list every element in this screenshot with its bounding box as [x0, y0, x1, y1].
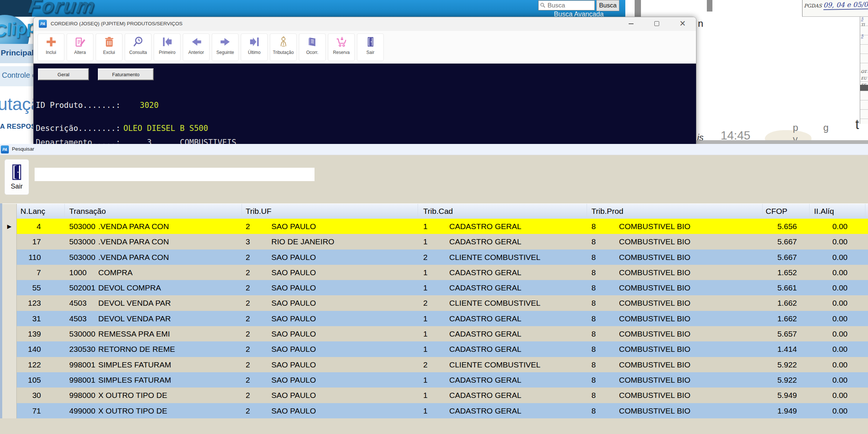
- field-id-produto: ID Produto.......:3020: [36, 101, 159, 110]
- sidebar-item-controle[interactable]: Controle e: [2, 71, 36, 80]
- table-row[interactable]: 30 998000X OUTRO TIPO DE 2SAO PAULO 1CAD…: [2, 388, 868, 403]
- arrow-left-icon: [191, 36, 202, 48]
- cell-aliq: 0.00: [810, 403, 865, 418]
- table-row[interactable]: 71 499000X OUTRO TIPO DE 2SAO PAULO 1CAD…: [2, 403, 868, 418]
- magnifier-icon: [133, 36, 144, 48]
- cell-cfop: 1.652: [763, 265, 810, 280]
- pesquisar-titlebar[interactable]: [0, 144, 868, 155]
- table-row[interactable]: 140 230530RETORNO DE REME 2SAO PAULO 1CA…: [2, 341, 868, 357]
- field-descricao: Descrição........:OLEO DIESEL B S500: [36, 124, 208, 133]
- row-selector: [2, 250, 17, 265]
- edit-icon: [74, 36, 86, 48]
- cell-cfop: 5.922: [763, 357, 810, 372]
- header-nlanc[interactable]: N.Lanç: [17, 204, 65, 219]
- cell-transacao: 503000.VENDA PARA CON: [65, 219, 242, 234]
- cell-aliq: 0.00: [810, 219, 865, 234]
- cell-trib-cad: 1CADASTRO GERAL: [418, 234, 587, 249]
- pesquisar-title: Pesquisar: [12, 146, 34, 152]
- cell-transacao: 4503DEVOL VENDA PAR: [65, 295, 242, 311]
- scan-fragment: 5: [861, 34, 863, 38]
- cell-aliq: 0.00: [810, 295, 865, 311]
- ultimo-button[interactable]: Último: [241, 33, 268, 61]
- cell-cfop: 1.662: [763, 311, 810, 326]
- table-row[interactable]: 17 503000.VENDA PARA CON 3RIO DE JANEIRO…: [2, 234, 868, 249]
- banner-shade: [0, 0, 32, 17]
- consulta-button[interactable]: Consulta: [125, 33, 151, 61]
- row-selector: ▶: [2, 219, 17, 234]
- tributacao-button[interactable]: Tributação: [270, 33, 297, 61]
- cell-transacao: 998001SIMPLES FATURAM: [65, 357, 242, 372]
- header-cfop[interactable]: CFOP: [763, 204, 810, 219]
- table-row[interactable]: 110 503000.VENDA PARA CON 2SAO PAULO 2CL…: [2, 250, 868, 265]
- scan-fragment: Tl: [861, 23, 865, 27]
- sair-toolbar-button[interactable]: Sair: [357, 33, 384, 61]
- table-row[interactable]: 123 4503DEVOL VENDA PAR 2SAO PAULO 2CLIE…: [2, 295, 868, 311]
- cell-aliq: 0.00: [810, 280, 865, 295]
- cell-aliq: 0.00: [810, 234, 865, 249]
- sair-label: Sair: [11, 183, 23, 190]
- header-trib-prod[interactable]: Trib.Prod: [587, 204, 763, 219]
- cell-nlanc: 105: [17, 372, 65, 388]
- table-row[interactable]: 31 4503DEVOL VENDA PAR 2SAO PAULO 1CADAS…: [2, 311, 868, 326]
- minimize-button[interactable]: [629, 23, 634, 24]
- door-icon: [365, 36, 376, 48]
- table-row[interactable]: 7 1000COMPRA 2SAO PAULO 1CADASTRO GERAL …: [2, 265, 868, 280]
- ocorr-button[interactable]: Ocorr.: [299, 33, 326, 61]
- pesquisar-input[interactable]: [35, 168, 315, 181]
- seguinte-button[interactable]: Seguinte: [212, 33, 239, 61]
- busca-button[interactable]: Busca: [596, 0, 619, 11]
- close-button[interactable]: ×: [680, 17, 686, 30]
- tab-faturamento[interactable]: Faturamento: [98, 68, 154, 80]
- produtos-titlebar[interactable]: PA CORDEIRO (JOSEQ) (PJPITEM) PRODUTOS/S…: [33, 17, 696, 31]
- anterior-button[interactable]: Anterior: [183, 33, 210, 61]
- sair-button[interactable]: Sair: [4, 159, 29, 195]
- header-trib-cad[interactable]: Trib.Cad: [418, 204, 587, 219]
- row-selector: [2, 341, 17, 357]
- cell-aliq: 0.00: [810, 250, 865, 265]
- produtos-window: PA CORDEIRO (JOSEQ) (PJPITEM) PRODUTOS/S…: [33, 17, 696, 145]
- header-aliq[interactable]: II.Alíq: [810, 204, 865, 219]
- cell-nlanc: 31: [17, 311, 65, 326]
- app-icon: PA: [39, 20, 47, 28]
- primeiro-button[interactable]: Primeiro: [154, 33, 181, 61]
- cell-nlanc: 7: [17, 265, 65, 280]
- exclui-button[interactable]: Exclui: [96, 33, 122, 61]
- cell-transacao: 998001SIMPLES FATURAM: [65, 372, 242, 388]
- table-row[interactable]: 122 998001SIMPLES FATURAM 2SAO PAULO 2CL…: [2, 357, 868, 372]
- busca-search-input[interactable]: [538, 0, 595, 10]
- cell-transacao: 530000REMESSA PRA EMI: [65, 326, 242, 341]
- cell-trib-uf: 2SAO PAULO: [242, 280, 418, 295]
- search-icon: [540, 2, 546, 8]
- table-row[interactable]: 105 998001SIMPLES FATURAM 2SAO PAULO 1CA…: [2, 372, 868, 388]
- busca-avancada-link[interactable]: Busca Avançada: [538, 10, 619, 17]
- cell-trib-uf: 2SAO PAULO: [242, 311, 418, 326]
- altera-button[interactable]: Altera: [67, 33, 93, 61]
- row-selector: [2, 403, 17, 418]
- produtos-toolbar: Inclui Altera Exclui: [33, 31, 696, 64]
- cell-trib-prod: 8COMBUSTIVEL BIO: [587, 326, 763, 341]
- header-transacao[interactable]: Transação: [65, 204, 242, 219]
- cell-trib-cad: 1CADASTRO GERAL: [418, 326, 587, 341]
- app-icon: PA: [1, 145, 9, 154]
- cell-trib-uf: 2SAO PAULO: [242, 265, 418, 280]
- cell-transacao: 499000X OUTRO TIPO DE: [65, 403, 242, 418]
- tab-geral[interactable]: Geral: [38, 68, 89, 80]
- reserva-button[interactable]: Reserva: [328, 33, 355, 61]
- cell-aliq: 0.00: [810, 311, 865, 326]
- cell-nlanc: 71: [17, 403, 65, 418]
- pgdas-label: PGDAS: [804, 3, 822, 9]
- table-row[interactable]: 55 502001DEVOL COMPRA 2SAO PAULO 1CADAST…: [2, 280, 868, 295]
- inclui-button[interactable]: Inclui: [38, 33, 64, 61]
- cell-trib-cad: 1CADASTRO GERAL: [418, 372, 587, 388]
- table-row[interactable]: ▶ 4 503000.VENDA PARA CON 2SAO PAULO 1CA…: [2, 219, 868, 234]
- cell-transacao: 503000.VENDA PARA CON: [65, 250, 242, 265]
- cell-trib-cad: 1CADASTRO GERAL: [418, 265, 587, 280]
- cell-trib-uf: 2SAO PAULO: [242, 326, 418, 341]
- table-row[interactable]: 139 530000REMESSA PRA EMI 2SAO PAULO 1CA…: [2, 326, 868, 341]
- cell-cfop: 5.667: [763, 250, 810, 265]
- header-trib-uf[interactable]: Trib.UF: [242, 204, 418, 219]
- window-title: CORDEIRO (JOSEQ) (PJPITEM) PRODUTOS/SERV…: [51, 21, 182, 26]
- cell-trib-prod: 8COMBUSTIVEL BIO: [587, 295, 763, 311]
- maximize-button[interactable]: [654, 21, 659, 26]
- cell-trib-uf: 2SAO PAULO: [242, 357, 418, 372]
